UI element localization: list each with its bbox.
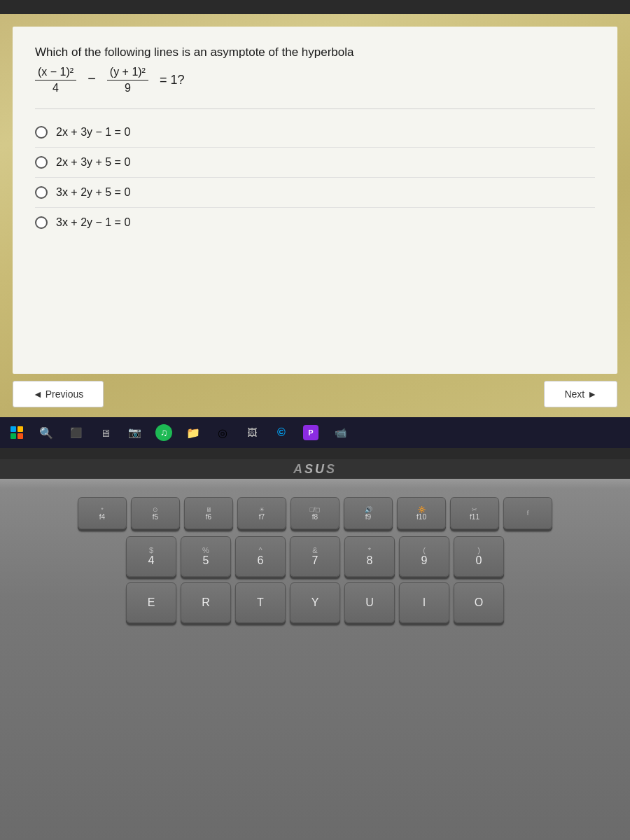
bezel-top bbox=[0, 0, 630, 14]
photo-icon-shape: 🖼 bbox=[247, 427, 257, 438]
video-icon[interactable]: 📹 bbox=[330, 423, 350, 442]
key-f5[interactable]: ⊙ f5 bbox=[131, 497, 180, 529]
windows-logo bbox=[10, 426, 23, 439]
option-text-2: 2x + 3y + 5 = 0 bbox=[56, 156, 130, 169]
asus-brand-label: ASUS bbox=[293, 462, 337, 477]
option-text-3: 3x + 2y + 5 = 0 bbox=[56, 186, 130, 199]
chrome-icon-shape: ◎ bbox=[218, 426, 227, 440]
windows-start-icon[interactable] bbox=[7, 423, 27, 442]
task-view-icon-shape: ⬛ bbox=[70, 427, 82, 438]
key-f7[interactable]: ☀ f7 bbox=[237, 497, 286, 529]
key-e[interactable]: E bbox=[126, 582, 176, 623]
key-0[interactable]: ) 0 bbox=[454, 536, 504, 577]
navigation-bar: ◄ Previous Next ► bbox=[13, 374, 617, 417]
c-icon-shape: © bbox=[277, 426, 286, 439]
fn-key-row: * f4 ⊙ f5 🖥 f6 ☀ f7 □/◻ f8 🔊 f9 🔆 f10 ✂ bbox=[14, 497, 616, 529]
option-text-1: 2x + 3y − 1 = 0 bbox=[56, 126, 130, 139]
answer-option-4[interactable]: 3x + 2y − 1 = 0 bbox=[35, 208, 595, 237]
folder-icon[interactable]: 📁 bbox=[183, 423, 203, 442]
numerator-right: (y + 1)² bbox=[107, 66, 148, 80]
question-main-text: Which of the following lines is an asymp… bbox=[35, 43, 595, 62]
monitor-icon-shape: 🖥 bbox=[100, 427, 111, 439]
key-f6[interactable]: 🖥 f6 bbox=[184, 497, 233, 529]
taskbar: 🔍 ⬛ 🖥 📷 ♫ 📁 ◎ 🖼 © bbox=[0, 417, 630, 448]
denominator-left: 4 bbox=[50, 80, 62, 94]
key-7[interactable]: & 7 bbox=[290, 536, 340, 577]
spotify-icon[interactable]: ♫ bbox=[154, 423, 174, 442]
spotify-logo: ♫ bbox=[155, 424, 172, 441]
key-f10[interactable]: 🔆 f10 bbox=[397, 497, 446, 529]
key-r[interactable]: R bbox=[181, 582, 231, 623]
letter-key-row: E R T Y U I O bbox=[14, 582, 616, 623]
laptop-screen: Which of the following lines is an asymp… bbox=[0, 14, 630, 448]
folder-icon-shape: 📁 bbox=[186, 426, 200, 440]
video-icon-shape: 📹 bbox=[335, 427, 346, 438]
minus-operator: − bbox=[88, 71, 96, 90]
task-view-icon[interactable]: ⬛ bbox=[66, 423, 85, 442]
photo-icon[interactable]: 🖼 bbox=[242, 423, 262, 442]
radio-button-1[interactable] bbox=[35, 126, 48, 139]
radio-button-2[interactable] bbox=[35, 156, 48, 169]
answer-option-3[interactable]: 3x + 2y + 5 = 0 bbox=[35, 178, 595, 208]
number-key-row: $ 4 % 5 ^ 6 & 7 * 8 ( 9 ) 0 bbox=[14, 536, 616, 577]
p-icon-shape: P bbox=[303, 425, 318, 440]
key-9[interactable]: ( 9 bbox=[399, 536, 449, 577]
option-text-4: 3x + 2y − 1 = 0 bbox=[56, 216, 130, 229]
radio-button-3[interactable] bbox=[35, 186, 48, 199]
bezel-bottom bbox=[0, 448, 630, 459]
camera-icon-shape: 📷 bbox=[128, 426, 141, 439]
c-app-icon[interactable]: © bbox=[272, 423, 291, 442]
key-o[interactable]: O bbox=[454, 582, 504, 623]
search-icon: 🔍 bbox=[39, 426, 53, 440]
key-f9[interactable]: 🔊 f9 bbox=[344, 497, 393, 529]
fraction-left: (x − 1)² 4 bbox=[35, 66, 76, 94]
equals-sign: = 1? bbox=[160, 73, 185, 88]
key-4[interactable]: $ 4 bbox=[126, 536, 176, 577]
key-i[interactable]: I bbox=[399, 582, 449, 623]
search-taskbar-icon[interactable]: 🔍 bbox=[36, 423, 56, 442]
p-app-icon[interactable]: P bbox=[301, 423, 321, 442]
key-y[interactable]: Y bbox=[290, 582, 340, 623]
key-f8[interactable]: □/◻ f8 bbox=[290, 497, 340, 529]
quiz-content-area: Which of the following lines is an asymp… bbox=[13, 27, 617, 374]
math-formula: (x − 1)² 4 − (y + 1)² 9 = 1? bbox=[35, 66, 595, 94]
next-button[interactable]: Next ► bbox=[544, 381, 617, 407]
previous-button[interactable]: ◄ Previous bbox=[13, 381, 104, 407]
key-8[interactable]: * 8 bbox=[344, 536, 395, 577]
key-u[interactable]: U bbox=[344, 582, 395, 623]
screen-bottom-bezel: ASUS bbox=[0, 459, 630, 479]
key-f11[interactable]: ✂ f11 bbox=[450, 497, 499, 529]
denominator-right: 9 bbox=[122, 80, 134, 94]
key-f12[interactable]: f bbox=[503, 497, 552, 529]
keyboard-area: * f4 ⊙ f5 🖥 f6 ☀ f7 □/◻ f8 🔊 f9 🔆 f10 ✂ bbox=[0, 489, 630, 840]
monitor-icon[interactable]: 🖥 bbox=[95, 423, 115, 442]
laptop-hinge-area bbox=[0, 479, 630, 489]
radio-button-4[interactable] bbox=[35, 216, 48, 229]
numerator-left: (x − 1)² bbox=[35, 66, 76, 80]
divider bbox=[35, 108, 595, 109]
answer-option-1[interactable]: 2x + 3y − 1 = 0 bbox=[35, 118, 595, 148]
chrome-icon[interactable]: ◎ bbox=[213, 423, 232, 442]
key-5[interactable]: % 5 bbox=[181, 536, 231, 577]
camera-icon[interactable]: 📷 bbox=[125, 423, 144, 442]
fraction-right: (y + 1)² 9 bbox=[107, 66, 148, 94]
key-6[interactable]: ^ 6 bbox=[235, 536, 286, 577]
key-t[interactable]: T bbox=[235, 582, 286, 623]
key-f4[interactable]: * f4 bbox=[78, 497, 127, 529]
answer-option-2[interactable]: 2x + 3y + 5 = 0 bbox=[35, 148, 595, 178]
